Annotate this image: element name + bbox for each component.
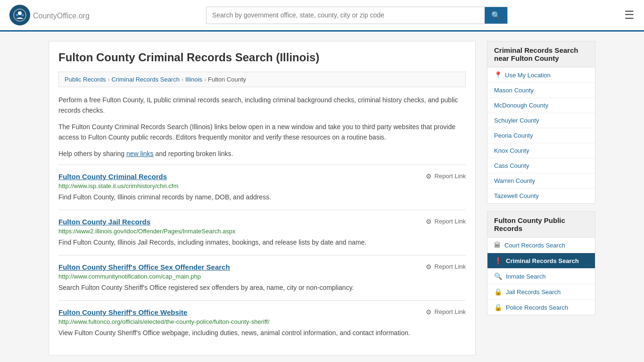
record-url-2[interactable]: https://www2.illinois.gov/idoc/Offender/… [58, 228, 466, 235]
sidebar-jail-records[interactable]: 🔒 Jail Records Search [487, 284, 595, 300]
svg-point-3 [22, 14, 24, 16]
report-icon-4: ⚙ [426, 308, 432, 316]
breadcrumb-fulton-county: Fulton County [208, 76, 246, 83]
sidebar-knox-county[interactable]: Knox County [487, 143, 595, 158]
description-1: Perform a free Fulton County, IL public … [58, 95, 466, 116]
nearby-section: Criminal Records Search near Fulton Coun… [487, 41, 595, 204]
description-3: Help others by sharing new links and rep… [58, 148, 466, 159]
pin-icon: 📍 [494, 71, 502, 79]
record-desc-3: Search Fulton County Sheriff's Office re… [58, 283, 466, 293]
record-desc-2: Find Fulton County, Illinois Jail Record… [58, 238, 466, 247]
public-records-section: Fulton County Public Records 🏛 Court Rec… [487, 211, 595, 315]
court-icon: 🏛 [494, 241, 501, 249]
record-title-4[interactable]: Fulton County Sheriff's Office Website [58, 308, 187, 316]
record-item-4: Fulton County Sheriff's Office Website ⚙… [58, 300, 466, 346]
use-location-item[interactable]: 📍 Use My Location [487, 67, 595, 83]
sidebar-police-records[interactable]: 🔒 Police Records Search [487, 300, 595, 315]
sidebar-inmate-search[interactable]: 🔍 Inmate Search [487, 269, 595, 284]
svg-point-2 [16, 14, 18, 16]
logo-text: CountyOffice.org [33, 10, 90, 21]
new-links-link[interactable]: new links [126, 150, 154, 157]
sidebar-mcdonough-county[interactable]: McDonough County [487, 98, 595, 113]
record-title-2[interactable]: Fulton County Jail Records [58, 218, 150, 226]
jail-icon: 🔒 [494, 288, 502, 296]
sidebar-cass-county[interactable]: Cass County [487, 158, 595, 173]
record-item-2: Fulton County Jail Records ⚙ Report Link… [58, 210, 466, 255]
report-icon-3: ⚙ [426, 263, 432, 271]
record-item-3: Fulton County Sheriff's Office Sex Offen… [58, 255, 466, 300]
record-desc-4: View Fulton County Sheriff's Office webp… [58, 328, 466, 338]
svg-point-1 [18, 11, 22, 15]
menu-icon[interactable]: ☰ [624, 8, 635, 22]
logo-icon [9, 5, 30, 25]
search-button[interactable]: 🔍 [485, 7, 507, 24]
logo-area: CountyOffice.org [9, 5, 90, 25]
header: CountyOffice.org 🔍 ☰ [0, 0, 644, 32]
breadcrumb: Public Records › Criminal Records Search… [58, 72, 466, 87]
use-location-link[interactable]: Use My Location [505, 72, 551, 79]
search-form: 🔍 [206, 7, 508, 24]
report-link-2[interactable]: ⚙ Report Link [426, 218, 466, 225]
main-content: Fulton County Criminal Records Search (I… [49, 41, 476, 355]
record-url-3[interactable]: http://www.communitynotification.com/cap… [58, 273, 466, 280]
sidebar-mason-county[interactable]: Mason County [487, 83, 595, 98]
inmate-icon: 🔍 [494, 272, 502, 280]
police-icon: 🔒 [494, 304, 502, 311]
page-container: Fulton County Criminal Records Search (I… [39, 32, 605, 362]
criminal-icon: ❗ [494, 257, 502, 264]
record-item-1: Fulton County Criminal Records ⚙ Report … [58, 165, 466, 210]
sidebar-criminal-records[interactable]: ❗ Criminal Records Search [487, 253, 595, 269]
nearby-section-header: Criminal Records Search near Fulton Coun… [487, 41, 595, 67]
search-input[interactable] [206, 8, 485, 23]
record-url-4[interactable]: http://www.fultonco.org/officials/electe… [58, 318, 466, 325]
page-title: Fulton County Criminal Records Search (I… [58, 51, 466, 64]
sidebar-warren-county[interactable]: Warren County [487, 173, 595, 189]
sidebar-peoria-county[interactable]: Peoria County [487, 128, 595, 143]
sidebar: Criminal Records Search near Fulton Coun… [487, 41, 595, 355]
record-url-1[interactable]: http://www.isp.state.il.us/crimhistory/c… [58, 182, 466, 189]
sidebar-tazewell-county[interactable]: Tazewell County [487, 189, 595, 203]
sidebar-schuyler-county[interactable]: Schuyler County [487, 113, 595, 128]
report-link-4[interactable]: ⚙ Report Link [426, 308, 466, 316]
record-title-3[interactable]: Fulton County Sheriff's Office Sex Offen… [58, 263, 230, 271]
breadcrumb-criminal-records-search[interactable]: Criminal Records Search [111, 76, 180, 83]
report-icon-2: ⚙ [426, 218, 432, 225]
breadcrumb-illinois[interactable]: Illinois [185, 76, 202, 83]
record-desc-1: Find Fulton County, Illinois criminal re… [58, 192, 466, 202]
public-records-header: Fulton County Public Records [487, 212, 595, 238]
description-2: The Fulton County Criminal Records Searc… [58, 122, 466, 143]
sidebar-court-records[interactable]: 🏛 Court Records Search [487, 238, 595, 253]
report-link-3[interactable]: ⚙ Report Link [426, 263, 466, 271]
report-link-1[interactable]: ⚙ Report Link [426, 173, 466, 180]
breadcrumb-public-records[interactable]: Public Records [65, 76, 106, 83]
record-title-1[interactable]: Fulton County Criminal Records [58, 173, 167, 181]
report-icon-1: ⚙ [426, 173, 432, 180]
